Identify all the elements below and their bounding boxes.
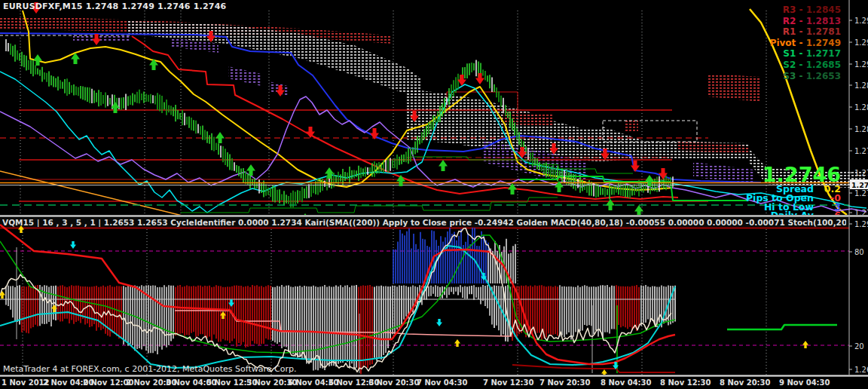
time-label: 1 Nov 2012 — [2, 378, 50, 387]
axis-tick-label: 1.2945 — [854, 38, 868, 47]
axis-tick-label: 1.2979 — [854, 220, 868, 228]
time-label: 8 Nov 04:30 — [601, 378, 652, 387]
axis-tick-label: 1.2885 — [854, 81, 868, 90]
axis-tick-label: 1.2855 — [854, 103, 868, 112]
time-label: 7 Nov 20:30 — [539, 378, 591, 387]
axis-tick-label: 80 — [854, 248, 864, 256]
price-chart-panel[interactable]: 1.29751.29451.29151.28851.28551.28251.27… — [0, 0, 868, 215]
axis-tick-label: 1.2705 — [854, 209, 868, 216]
axis-tick-label: 1.2638 — [854, 366, 868, 374]
time-label: 9 Nov 04:30 — [779, 378, 830, 387]
axis-tick-label: 1.2795 — [854, 147, 868, 155]
time-label: 6 Nov 20:30 — [368, 378, 420, 387]
time-axis[interactable]: 1 Nov 20122 Nov 04:002 Nov 12:002 Nov 20… — [0, 377, 868, 389]
axis-tick-label: 1.2765 — [854, 169, 868, 177]
axis-tick-label: 1.2915 — [854, 60, 868, 69]
indicator-chart-panel[interactable]: 1.297980201.2638 — [0, 217, 868, 377]
time-label: 8 Nov 12:30 — [660, 378, 711, 387]
axis-tick-label: 1.2825 — [854, 125, 868, 133]
time-label: 8 Nov 20:30 — [720, 378, 771, 387]
time-label: 7 Nov 12:30 — [483, 378, 534, 387]
red-dotted-cloud — [625, 121, 638, 131]
axis-tick-label: 1.2975 — [854, 17, 868, 25]
current-price-tag: 1.2746 — [851, 181, 868, 189]
axis-tick-label: 20 — [854, 342, 864, 351]
axis-tick-label: 1.2735 — [854, 189, 868, 198]
time-label: 7 Nov 04:30 — [417, 378, 468, 387]
mt4-window: 1.29751.29451.29151.28851.28551.28251.27… — [0, 0, 868, 389]
